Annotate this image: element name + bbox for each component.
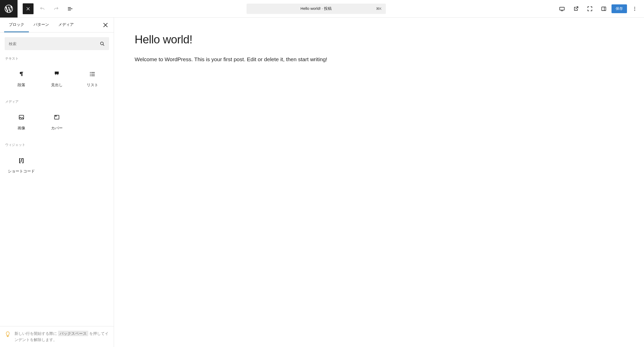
tip-bar: 新しい行を開始する際に バックスペース を押してインデントを解除します。 [0, 326, 114, 347]
preview-button[interactable] [570, 3, 582, 15]
inserter-tabs: ブロック パターン メディア [0, 18, 114, 33]
close-icon [102, 21, 109, 29]
shortcode-icon: [/] [18, 157, 25, 164]
toggle-inserter-button[interactable] [23, 3, 34, 14]
block-label: ショートコード [8, 169, 35, 174]
inserter-close-button[interactable] [102, 21, 109, 29]
fullscreen-button[interactable] [584, 3, 596, 15]
block-list[interactable]: リスト [76, 65, 109, 92]
tab-patterns[interactable]: パターン [29, 18, 54, 32]
list-view-icon [67, 6, 73, 12]
document-title: Hello world! · 投稿 [300, 6, 332, 11]
tab-media[interactable]: メディア [54, 18, 78, 32]
block-inserter-panel: ブロック パターン メディア テキスト 段落 [0, 18, 114, 347]
block-shortcode[interactable]: [/] ショートコード [5, 151, 38, 178]
category-widgets-label: ウィジェット [5, 143, 109, 147]
close-icon [26, 6, 31, 11]
svg-rect-7 [55, 115, 59, 119]
search-input[interactable] [9, 42, 99, 46]
undo-button[interactable] [36, 3, 48, 15]
svg-point-4 [634, 10, 635, 11]
editor-canvas[interactable]: Hello world! Welcome to WordPress. This … [114, 18, 644, 347]
svg-point-2 [634, 7, 635, 7]
options-button[interactable] [629, 3, 641, 15]
block-search[interactable] [5, 37, 109, 50]
paragraph-icon [18, 71, 25, 77]
block-label: 画像 [18, 126, 25, 131]
document-title-bar[interactable]: Hello world! · 投稿 ⌘K [247, 4, 386, 14]
block-label: 見出し [51, 83, 63, 88]
settings-sidebar-button[interactable] [598, 3, 610, 15]
svg-rect-0 [560, 7, 564, 10]
post-content[interactable]: Welcome to WordPress. This is your first… [135, 55, 331, 64]
wordpress-icon [4, 4, 14, 14]
cover-icon [53, 114, 60, 121]
redo-button[interactable] [50, 3, 62, 15]
block-heading[interactable]: 見出し [40, 65, 74, 92]
heading-icon [53, 71, 60, 77]
undo-icon [39, 6, 45, 12]
search-icon [99, 41, 105, 46]
tab-blocks[interactable]: ブロック [4, 18, 29, 32]
post-title[interactable]: Hello world! [135, 33, 623, 46]
more-vertical-icon [632, 6, 638, 12]
tip-text: 新しい行を開始する際に バックスペース を押してインデントを解除します。 [14, 330, 109, 343]
block-cover[interactable]: カバー [40, 108, 74, 135]
top-toolbar: Hello world! · 投稿 ⌘K 保存 [0, 0, 644, 18]
svg-point-5 [101, 42, 103, 45]
command-shortcut: ⌘K [376, 7, 382, 11]
fullscreen-icon [587, 6, 593, 12]
desktop-icon [559, 6, 565, 12]
image-icon [18, 114, 25, 121]
svg-rect-1 [602, 7, 606, 11]
redo-icon [53, 6, 59, 12]
wordpress-logo[interactable] [0, 0, 18, 18]
block-label: 段落 [18, 83, 25, 88]
document-overview-button[interactable] [64, 3, 76, 15]
block-image[interactable]: 画像 [5, 108, 38, 135]
block-label: カバー [51, 126, 63, 131]
block-paragraph[interactable]: 段落 [5, 65, 38, 92]
block-label: リスト [87, 83, 98, 88]
category-text-label: テキスト [5, 56, 109, 61]
category-media-label: メディア [5, 99, 109, 104]
save-button[interactable]: 保存 [612, 4, 627, 13]
sidebar-icon [601, 6, 607, 12]
lightbulb-icon [5, 331, 11, 337]
list-icon [89, 71, 96, 77]
svg-point-3 [634, 8, 635, 9]
external-link-icon [573, 6, 579, 12]
svg-rect-8 [55, 115, 56, 116]
view-button[interactable] [556, 3, 568, 15]
